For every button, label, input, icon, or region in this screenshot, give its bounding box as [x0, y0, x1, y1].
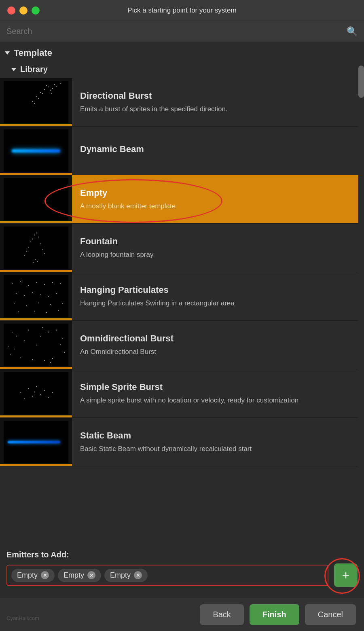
titlebar: Pick a starting point for your system — [0, 0, 364, 21]
item-desc: A mostly blank emitter template — [80, 201, 356, 211]
item-info: Static Beam Basic Static Beam without dy… — [72, 418, 364, 466]
thumbnail — [0, 78, 72, 126]
item-desc: A looping fountain spray — [80, 250, 356, 260]
item-info: Dynamic Beam — [72, 127, 364, 175]
static-beam-graphic — [8, 441, 60, 443]
thumbnail — [0, 369, 72, 417]
beam-graphic — [12, 149, 60, 152]
scrollbar-track[interactable] — [358, 66, 364, 530]
watermark: CyanHall.com — [6, 615, 39, 621]
titlebar-buttons — [7, 6, 40, 15]
item-info: Fountain A looping fountain spray — [72, 224, 364, 272]
item-name: Omnidirectional Burst — [80, 333, 356, 344]
item-info: Hanging Particulates Hanging Particulate… — [72, 272, 364, 320]
item-desc: An Omnidirectional Burst — [80, 347, 356, 357]
template-collapse-icon — [5, 51, 10, 55]
thumbnail — [0, 418, 72, 466]
window-title: Pick a starting point for your system — [127, 6, 236, 15]
item-name: Fountain — [80, 236, 356, 247]
template-header[interactable]: Template — [0, 42, 364, 62]
emitter-tag-label: Empty — [110, 571, 131, 580]
list-item[interactable]: Simple Sprite Burst A simple sprite burs… — [0, 369, 364, 418]
item-name: Static Beam — [80, 430, 356, 441]
minimize-button[interactable] — [19, 6, 28, 15]
thumbnail — [0, 127, 72, 175]
thumbnail — [0, 224, 72, 272]
cancel-button[interactable]: Cancel — [305, 604, 356, 625]
item-info: Omnidirectional Burst An Omnidirectional… — [72, 321, 364, 369]
emitter-tag[interactable]: Empty ✕ — [58, 569, 101, 582]
emitter-tag-label: Empty — [17, 571, 38, 580]
item-name: Dynamic Beam — [80, 144, 356, 155]
emitter-tag-label: Empty — [63, 571, 84, 580]
emitter-tag-remove[interactable]: ✕ — [134, 571, 142, 579]
library-label: Library — [20, 65, 48, 74]
library-collapse-icon — [11, 68, 16, 71]
add-emitter-button[interactable]: + — [334, 563, 358, 587]
item-name: Empty — [80, 188, 356, 198]
item-desc: Emits a burst of sprites in the specifie… — [80, 104, 356, 114]
list-item[interactable]: Directional Burst Emits a burst of sprit… — [0, 78, 364, 127]
emitters-label: Emitters to Add: — [6, 550, 358, 559]
list-item[interactable]: Static Beam Basic Static Beam without dy… — [0, 418, 364, 466]
scrollbar-thumb[interactable] — [358, 66, 364, 98]
emitter-tag-remove[interactable]: ✕ — [87, 571, 95, 579]
list-item[interactable]: Fountain A looping fountain spray — [0, 224, 364, 272]
thumbnail — [0, 321, 72, 369]
item-name: Simple Sprite Burst — [80, 382, 356, 392]
item-desc: Basic Static Beam without dynamically re… — [80, 444, 356, 454]
template-label: Template — [14, 48, 52, 58]
finish-button[interactable]: Finish — [250, 604, 299, 625]
list-item[interactable]: Dynamic Beam — [0, 127, 364, 175]
item-desc: Hanging Particulates Swirling in a recta… — [80, 299, 356, 308]
library-header[interactable]: Library — [0, 62, 364, 78]
emitter-tag-remove[interactable]: ✕ — [41, 571, 49, 579]
item-name: Hanging Particulates — [80, 285, 356, 295]
item-desc: A simple sprite burst with no location o… — [80, 396, 356, 405]
thumbnail — [0, 272, 72, 320]
bottom-bar: CyanHall.com Back Finish Cancel — [0, 598, 364, 631]
item-info: Simple Sprite Burst A simple sprite burs… — [72, 369, 364, 417]
item-info: Empty A mostly blank emitter template — [72, 175, 364, 223]
item-name: Directional Burst — [80, 91, 356, 101]
emitter-tag[interactable]: Empty ✕ — [104, 569, 148, 582]
thumbnail — [0, 175, 72, 223]
template-list: Directional Burst Emits a burst of sprit… — [0, 78, 364, 542]
list-item[interactable]: Omnidirectional Burst An Omnidirectional… — [0, 321, 364, 369]
maximize-button[interactable] — [32, 6, 40, 15]
emitter-tags-area: Empty ✕ Empty ✕ Empty ✕ — [6, 565, 328, 586]
searchbar: 🔍 — [0, 21, 364, 42]
close-button[interactable] — [7, 6, 15, 15]
item-info: Directional Burst Emits a burst of sprit… — [72, 78, 364, 126]
back-button[interactable]: Back — [200, 604, 243, 625]
emitter-tag[interactable]: Empty ✕ — [11, 569, 55, 582]
search-input[interactable] — [6, 27, 343, 36]
emitters-section: Emitters to Add: Empty ✕ Empty ✕ Empty ✕… — [0, 545, 364, 598]
search-icon: 🔍 — [347, 26, 358, 37]
emitters-row: Empty ✕ Empty ✕ Empty ✕ + — [6, 563, 358, 587]
list-item-empty[interactable]: Empty A mostly blank emitter template — [0, 175, 364, 224]
list-item[interactable]: Hanging Particulates Hanging Particulate… — [0, 272, 364, 321]
